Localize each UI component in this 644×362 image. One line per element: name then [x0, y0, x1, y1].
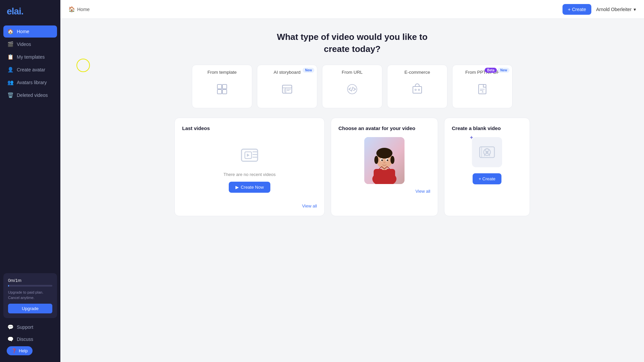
create-now-icon: ▶ — [235, 185, 239, 190]
plan-usage: 0m/1m — [8, 278, 52, 283]
breadcrumb: 🏠 Home — [68, 6, 90, 12]
sidebar-item-support[interactable]: 💬 Support — [3, 321, 57, 333]
empty-video-icon — [240, 145, 259, 167]
sidebar-bottom: 0m/1m Upgrade to paid plan. Cancel anyti… — [0, 270, 60, 362]
card-e-commerce[interactable]: E-commerce — [387, 65, 447, 108]
pptx-icon — [476, 83, 488, 98]
blank-video-create-button[interactable]: + Create — [473, 173, 501, 184]
svg-rect-26 — [374, 169, 395, 181]
svg-point-31 — [390, 156, 394, 164]
video-type-grid: From template AI storyboard New — [74, 65, 631, 108]
plan-card: 0m/1m Upgrade to paid plan. Cancel anyti… — [3, 273, 57, 318]
sidebar-item-create-avatar[interactable]: 👤 Create avatar — [3, 64, 57, 76]
videos-icon: 🎬 — [7, 41, 13, 47]
svg-rect-0 — [217, 84, 222, 89]
ecommerce-icon — [411, 83, 423, 98]
plan-bar-fill — [8, 285, 9, 287]
svg-point-30 — [374, 156, 378, 164]
card-ai-storyboard[interactable]: AI storyboard New — [257, 65, 317, 108]
plan-bar — [8, 285, 52, 287]
svg-point-34 — [381, 159, 383, 161]
deleted-videos-icon: 🗑️ — [7, 92, 13, 98]
blank-video-title: Create a blank video — [452, 125, 522, 131]
choose-avatar-section: Choose an avatar for your video — [331, 118, 438, 216]
blank-video-img: ✦ — [472, 137, 502, 167]
url-icon — [346, 83, 358, 98]
sidebar-item-videos[interactable]: 🎬 Videos — [3, 38, 57, 50]
svg-point-15 — [418, 89, 420, 90]
create-now-button[interactable]: ▶ Create Now — [229, 182, 271, 193]
last-videos-empty: There are no recent videos ▶ Create Now — [182, 137, 317, 199]
sidebar-item-avatars-library-label: Avatars library — [17, 80, 47, 85]
sidebar-item-home-label: Home — [17, 29, 29, 34]
pptx-new-badge: New — [498, 68, 509, 73]
bottom-grid: Last videos There are no recent videos — [174, 118, 530, 216]
blank-video-icon-container: ✦ — [452, 137, 522, 167]
sidebar-item-create-avatar-label: Create avatar — [17, 67, 45, 72]
discuss-label: Discuss — [17, 337, 33, 342]
user-chevron-icon: ▾ — [634, 7, 636, 12]
template-icon — [216, 83, 228, 98]
svg-point-29 — [376, 148, 392, 159]
svg-point-35 — [387, 159, 388, 161]
avatar-image — [364, 137, 405, 184]
empty-text: There are no recent videos — [223, 172, 275, 177]
card-from-url-label: From URL — [322, 70, 382, 75]
card-from-template-label: From template — [192, 70, 252, 75]
help-button[interactable]: ❓ Help — [7, 346, 33, 355]
logo: elai. — [0, 0, 60, 23]
user-name: Arnold Oberleiter — [596, 7, 632, 12]
pptx-beta-badge: Beta — [485, 68, 497, 73]
svg-point-14 — [415, 89, 416, 90]
sidebar-item-deleted-videos[interactable]: 🗑️ Deleted videos — [3, 89, 57, 101]
sidebar-item-deleted-videos-label: Deleted videos — [17, 93, 48, 98]
sidebar-item-my-templates-label: My templates — [17, 54, 45, 60]
sidebar-item-avatars-library[interactable]: 👥 Avatars library — [3, 76, 57, 88]
sidebar-item-videos-label: Videos — [17, 42, 31, 47]
content-area: What type of video would you like tocrea… — [60, 19, 644, 362]
topbar-right: + Create Arnold Oberleiter ▾ — [562, 4, 636, 15]
breadcrumb-label: Home — [77, 7, 90, 12]
my-templates-icon: 📋 — [7, 54, 13, 60]
sidebar-item-my-templates[interactable]: 📋 My templates — [3, 51, 57, 63]
last-videos-view-all[interactable]: View all — [182, 203, 317, 208]
main-content: 🏠 Home + Create Arnold Oberleiter ▾ What… — [60, 0, 644, 362]
last-videos-title: Last videos — [182, 125, 317, 131]
sidebar-item-discuss[interactable]: 🗨️ Discuss — [3, 334, 57, 345]
sidebar: elai. 🏠 Home 🎬 Videos 📋 My templates 👤 C… — [0, 0, 60, 362]
home-icon: 🏠 — [68, 6, 75, 12]
card-e-commerce-label: E-commerce — [387, 70, 447, 75]
upgrade-button[interactable]: Upgrade — [8, 304, 52, 313]
home-icon: 🏠 — [7, 28, 13, 35]
avatar-view-all[interactable]: View all — [338, 189, 430, 194]
storyboard-icon — [281, 83, 293, 98]
svg-rect-13 — [413, 86, 422, 93]
help-label: Help — [19, 348, 28, 353]
plan-desc: Upgrade to paid plan. Cancel anytime. — [8, 290, 52, 300]
svg-rect-1 — [222, 84, 227, 89]
discuss-icon: 🗨️ — [7, 336, 13, 342]
last-videos-section: Last videos There are no recent videos — [174, 118, 325, 216]
sidebar-nav: 🏠 Home 🎬 Videos 📋 My templates 👤 Create … — [0, 23, 60, 270]
sparkle-icon: ✦ — [469, 134, 474, 141]
create-button[interactable]: + Create — [562, 4, 591, 15]
create-avatar-icon: 👤 — [7, 67, 13, 73]
page-title: What type of video would you like tocrea… — [74, 31, 631, 55]
user-info[interactable]: Arnold Oberleiter ▾ — [596, 7, 636, 12]
sidebar-item-home[interactable]: 🏠 Home — [3, 25, 57, 38]
topbar: 🏠 Home + Create Arnold Oberleiter ▾ — [60, 0, 644, 19]
card-from-pptx-pdf[interactable]: From PPTX/PDF Beta New — [452, 65, 513, 108]
create-now-label: Create Now — [241, 185, 264, 190]
support-label: Support — [17, 324, 33, 330]
svg-point-36 — [383, 162, 385, 163]
card-from-url[interactable]: From URL — [322, 65, 382, 108]
svg-rect-3 — [222, 89, 227, 94]
support-icon: 💬 — [7, 324, 13, 330]
svg-rect-2 — [217, 89, 222, 94]
choose-avatar-title: Choose an avatar for your video — [338, 125, 430, 131]
avatars-library-icon: 👥 — [7, 79, 13, 85]
blank-video-section: Create a blank video ✦ — [444, 118, 530, 216]
card-from-template[interactable]: From template — [192, 65, 252, 108]
avatar-container — [338, 137, 430, 184]
ai-storyboard-new-badge: New — [303, 68, 314, 73]
